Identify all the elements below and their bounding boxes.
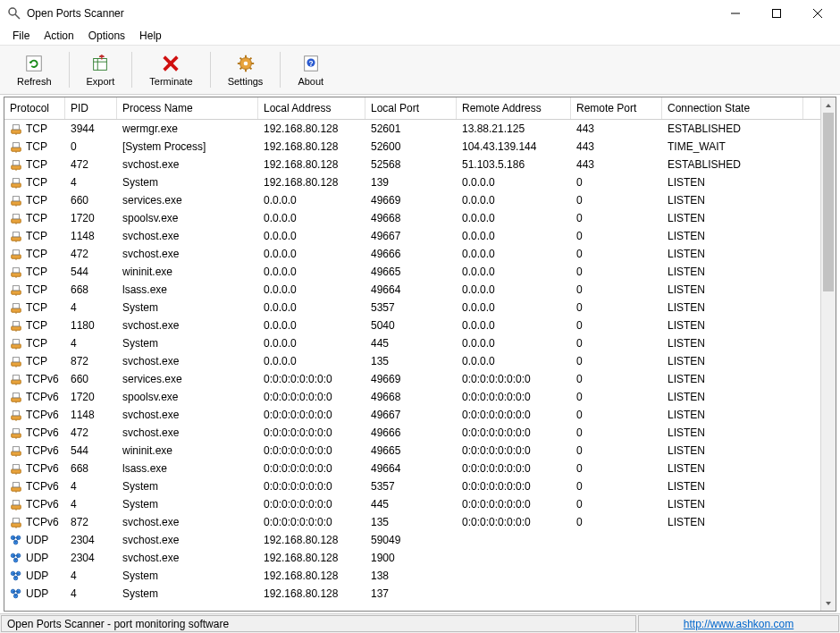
svg-rect-53 [13, 286, 20, 291]
scroll-up-button[interactable] [821, 97, 836, 113]
table-row[interactable]: TCPv64System0:0:0:0:0:0:0:053570:0:0:0:0… [4, 477, 836, 495]
table-row[interactable]: TCPv6472svchost.exe0:0:0:0:0:0:0:0496660… [4, 424, 836, 442]
cell-process-name: System [117, 497, 258, 511]
table-row[interactable]: TCPv6872svchost.exe0:0:0:0:0:0:0:01350:0… [4, 513, 836, 531]
table-row[interactable]: TCP1720spoolsv.exe0.0.0.0496680.0.0.00LI… [4, 209, 836, 227]
svg-point-13 [243, 62, 248, 66]
about-button[interactable]: ? About [284, 46, 337, 93]
svg-rect-6 [27, 56, 42, 72]
cell-connection-state: LISTEN [662, 175, 803, 190]
table-row[interactable]: UDP2304svchost.exe192.168.80.12859049 [4, 531, 836, 549]
table-row[interactable]: TCP1148svchost.exe0.0.0.0496670.0.0.00LI… [4, 227, 836, 245]
svg-line-21 [239, 68, 241, 70]
table-row[interactable]: TCP0[System Process]192.168.80.128526001… [4, 138, 836, 156]
table-row[interactable]: TCPv6544wininit.exe0:0:0:0:0:0:0:0496650… [4, 442, 836, 460]
menu-options[interactable]: Options [81, 28, 132, 44]
table-row[interactable]: TCPv61720spoolsv.exe0:0:0:0:0:0:0:049668… [4, 388, 836, 406]
cell-remote-port: 0 [571, 265, 662, 279]
terminate-button[interactable]: Terminate [136, 46, 206, 93]
column-process-name[interactable]: Process Name [117, 97, 258, 119]
cell-local-port: 49669 [365, 193, 457, 207]
cell-protocol: TCPv6 [4, 443, 65, 458]
cell-remote-address: 0.0.0.0 [457, 229, 571, 243]
table-row[interactable]: TCP4System0.0.0.04450.0.0.00LISTEN [4, 334, 836, 352]
column-remote-address[interactable]: Remote Address [457, 97, 571, 119]
table-row[interactable]: TCP4System0.0.0.053570.0.0.00LISTEN [4, 299, 836, 316]
svg-rect-73 [12, 416, 21, 419]
table-row[interactable]: TCP3944wermgr.exe192.168.80.1285260113.8… [4, 120, 836, 138]
cell-protocol: TCP [4, 265, 65, 279]
column-connection-state[interactable]: Connection State [662, 97, 803, 119]
cell-remote-port: 0 [571, 408, 662, 422]
table-row[interactable]: UDP4System192.168.80.128137 [4, 585, 836, 603]
cell-connection-state: LISTEN [662, 443, 803, 458]
settings-label: Settings [228, 76, 264, 87]
cell-pid: 1180 [65, 318, 117, 333]
protocol-icon [10, 391, 22, 403]
column-local-address[interactable]: Local Address [258, 97, 365, 119]
cell-protocol: UDP [4, 587, 65, 601]
menu-action[interactable]: Action [37, 28, 80, 44]
minimize-button[interactable] [715, 0, 756, 27]
cell-remote-address [457, 539, 571, 541]
table-row[interactable]: TCP4System192.168.80.1281390.0.0.00LISTE… [4, 173, 836, 191]
scroll-thumb[interactable] [823, 113, 834, 291]
table-row[interactable]: UDP4System192.168.80.128138 [4, 567, 836, 585]
table-row[interactable]: UDP2304svchost.exe192.168.80.1281900 [4, 549, 836, 567]
table-row[interactable]: TCP872svchost.exe0.0.0.01350.0.0.00LISTE… [4, 352, 836, 370]
cell-remote-address: 0:0:0:0:0:0:0:0 [457, 461, 571, 476]
svg-rect-79 [12, 452, 21, 455]
table-row[interactable]: TCP544wininit.exe0.0.0.0496650.0.0.00LIS… [4, 263, 836, 281]
column-pid[interactable]: PID [65, 97, 117, 119]
table-row[interactable]: TCP660services.exe0.0.0.0496690.0.0.00LI… [4, 191, 836, 209]
cell-pid: 668 [65, 461, 117, 476]
svg-rect-59 [13, 322, 20, 326]
close-button[interactable] [797, 0, 838, 27]
refresh-button[interactable]: Refresh [4, 46, 65, 93]
maximize-button[interactable] [756, 0, 797, 27]
export-button[interactable]: Export [73, 46, 129, 93]
svg-rect-50 [13, 268, 20, 273]
scroll-track[interactable] [821, 113, 836, 595]
cell-connection-state [662, 557, 803, 559]
protocol-icon [10, 176, 22, 189]
menu-file[interactable]: File [5, 28, 37, 44]
column-protocol[interactable]: Protocol [4, 97, 65, 119]
svg-rect-61 [12, 344, 21, 348]
table-row[interactable]: TCP668lsass.exe0.0.0.0496640.0.0.00LISTE… [4, 281, 836, 299]
svg-rect-37 [12, 201, 21, 205]
cell-process-name: wininit.exe [117, 265, 258, 279]
column-remote-port[interactable]: Remote Port [571, 97, 662, 119]
table-row[interactable]: TCPv6668lsass.exe0:0:0:0:0:0:0:0496640:0… [4, 460, 836, 477]
cell-pid: 668 [65, 283, 117, 297]
cell-process-name: lsass.exe [117, 283, 258, 297]
protocol-icon [10, 266, 22, 278]
cell-local-port: 445 [365, 497, 457, 511]
cell-pid: 0 [65, 139, 117, 154]
cell-remote-port: 0 [571, 426, 662, 440]
table-row[interactable]: TCPv6660services.exe0:0:0:0:0:0:0:049669… [4, 370, 836, 388]
settings-button[interactable]: Settings [214, 46, 277, 93]
table-row[interactable]: TCP1180svchost.exe0.0.0.050400.0.0.00LIS… [4, 316, 836, 334]
protocol-icon [10, 158, 22, 171]
vertical-scrollbar[interactable] [820, 97, 836, 611]
cell-process-name: System [117, 336, 258, 350]
vendor-link[interactable]: http://www.ashkon.com [684, 618, 794, 630]
svg-rect-43 [12, 237, 21, 241]
cell-remote-port: 0 [571, 443, 662, 458]
cell-connection-state: LISTEN [662, 211, 803, 225]
protocol-icon [10, 230, 22, 242]
cell-connection-state: LISTEN [662, 229, 803, 243]
protocol-text: TCPv6 [26, 462, 59, 475]
column-local-port[interactable]: Local Port [365, 97, 457, 119]
protocol-text: TCPv6 [26, 391, 59, 403]
table-row[interactable]: TCPv61148svchost.exe0:0:0:0:0:0:0:049667… [4, 406, 836, 424]
table-row[interactable]: TCP472svchost.exe0.0.0.0496660.0.0.00LIS… [4, 245, 836, 263]
status-text: Open Ports Scanner - port monitoring sof… [1, 615, 636, 632]
table-row[interactable]: TCPv64System0:0:0:0:0:0:0:04450:0:0:0:0:… [4, 495, 836, 513]
cell-remote-address [457, 593, 571, 595]
menu-help[interactable]: Help [132, 28, 169, 44]
table-row[interactable]: TCP472svchost.exe192.168.80.1285256851.1… [4, 156, 836, 173]
scroll-down-button[interactable] [821, 595, 836, 611]
cell-local-address: 192.168.80.128 [258, 157, 365, 172]
